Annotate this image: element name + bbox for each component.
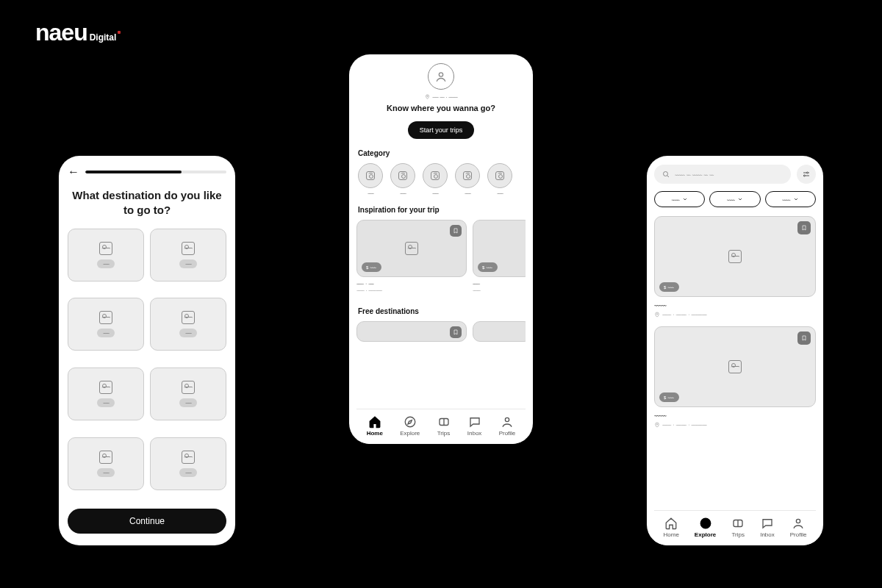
nav-profile[interactable]: Profile	[499, 415, 516, 437]
ticket-icon	[437, 415, 451, 429]
destination-label: ~~~~	[179, 398, 197, 407]
destination-card[interactable]: ~~~~	[68, 368, 144, 420]
destination-card[interactable]: ~~~~	[150, 368, 226, 420]
svg-point-1	[427, 96, 428, 96]
svg-point-5	[664, 172, 668, 176]
image-placeholder-icon	[99, 311, 112, 324]
image-placeholder-icon	[182, 311, 195, 324]
continue-button[interactable]: Continue	[68, 509, 226, 534]
category-item[interactable]: ~~~~	[358, 163, 383, 196]
image-placeholder-icon	[99, 242, 112, 255]
nav-profile[interactable]: Profile	[790, 517, 807, 538]
result-subtext: ~~~~~ · ~~~~~~ · ~~~~~~~~~	[654, 422, 816, 428]
inspiration-card[interactable]: $~~~ ~~~~ · ~~~ ~~~~~ · ~~~~~~~~~	[356, 220, 467, 297]
back-arrow-icon[interactable]: ←	[68, 166, 79, 178]
category-item[interactable]: ~~~~	[390, 163, 415, 196]
avatar-icon[interactable]	[428, 63, 454, 90]
nav-label: Explore	[695, 531, 716, 538]
inspiration-card[interactable]	[356, 321, 467, 346]
image-placeholder-icon	[495, 171, 504, 180]
filter-chip-row: ~~~~ ~~~~ ~~~~	[654, 191, 816, 207]
svg-point-8	[656, 314, 657, 315]
location-line: ~~~~ ~~~ · ~~~~~~	[425, 94, 457, 99]
inspiration-subtext: ~~~~~ · ~~~~~~~~~	[356, 288, 467, 293]
filter-chip[interactable]: ~~~~	[654, 191, 705, 207]
inspiration-title-text: ~~~~	[473, 282, 526, 286]
nav-inbox[interactable]: Inbox	[467, 415, 482, 437]
destination-label: ~~~~	[97, 468, 115, 477]
category-label: ~~~~	[432, 191, 438, 196]
destination-card[interactable]: ~~~~	[150, 298, 226, 351]
category-label: ~~~~	[368, 191, 373, 196]
filter-chip[interactable]: ~~~~	[709, 191, 760, 207]
nav-trips[interactable]: Trips	[437, 415, 451, 437]
home-icon	[368, 415, 381, 429]
nav-label: Trips	[731, 531, 744, 538]
bookmark-icon[interactable]	[797, 331, 811, 345]
nav-home[interactable]: Home	[664, 517, 679, 538]
filter-chip[interactable]: ~~~~	[765, 191, 816, 207]
result-card[interactable]: $~~~ ~~~~~ ~~~~~ · ~~~~~~ · ~~~~~~~~~	[654, 326, 816, 428]
image-placeholder-icon	[431, 171, 440, 180]
destination-label: ~~~~	[97, 259, 115, 268]
sliders-icon	[802, 170, 811, 179]
chevron-down-icon	[793, 196, 799, 202]
bottom-nav: Home Explore Trips Inbox Profile	[356, 409, 526, 444]
result-subtext: ~~~~~ · ~~~~~~ · ~~~~~~~~~	[654, 312, 816, 318]
nav-explore[interactable]: Explore	[695, 517, 716, 538]
free-row[interactable]	[356, 321, 526, 346]
user-icon	[501, 415, 514, 429]
filter-button[interactable]	[797, 165, 816, 184]
inspiration-row[interactable]: $~~~ ~~~~ · ~~~ ~~~~~ · ~~~~~~~~~ $~~~ ~…	[356, 220, 526, 297]
nav-home[interactable]: Home	[367, 415, 383, 437]
nav-label: Home	[664, 531, 679, 538]
nav-inbox[interactable]: Inbox	[760, 517, 775, 538]
nav-explore[interactable]: Explore	[400, 415, 420, 437]
destination-label: ~~~~	[97, 329, 115, 337]
search-row: ~~~~~ ~~ ~~~~~ ~~ ~~	[654, 165, 816, 184]
inspiration-card[interactable]: $~~~ ~~~~ ~~~~~	[473, 220, 526, 297]
result-card[interactable]: $~~~ ~~~~~ ~~~~~ · ~~~~~~ · ~~~~~~~~~	[654, 216, 816, 318]
nav-label: Trips	[437, 430, 450, 437]
image-placeholder-icon	[463, 171, 472, 180]
start-trips-button[interactable]: Start your trips	[408, 121, 475, 139]
bookmark-icon[interactable]	[450, 326, 462, 338]
destination-card[interactable]: ~~~~	[68, 229, 144, 282]
svg-point-9	[656, 424, 657, 425]
image-placeholder-icon	[398, 171, 407, 180]
image-placeholder-icon	[99, 381, 112, 394]
bottom-nav: Home Explore Trips Inbox Profile	[654, 510, 816, 545]
category-item[interactable]: ~~~~	[423, 163, 448, 196]
search-input[interactable]: ~~~~~ ~~ ~~~~~ ~~ ~~	[654, 165, 791, 184]
inspiration-card[interactable]	[473, 321, 526, 346]
result-title: ~~~~~	[654, 303, 816, 309]
bookmark-icon[interactable]	[450, 225, 462, 237]
progress-bar	[85, 171, 226, 173]
category-row[interactable]: ~~~~ ~~~~ ~~~~ ~~~~ ~~~~	[356, 163, 526, 196]
destination-label: ~~~~	[179, 259, 197, 268]
category-label: ~~~~	[497, 191, 503, 196]
price-chip: $~~~	[362, 262, 381, 272]
inspiration-subtext: ~~~~~	[473, 288, 526, 293]
destination-card[interactable]: ~~~~	[150, 437, 226, 490]
destination-card[interactable]: ~~~~	[68, 437, 144, 490]
category-item[interactable]: ~~~~	[455, 163, 480, 196]
home-icon	[664, 517, 678, 530]
nav-trips[interactable]: Trips	[731, 517, 745, 538]
compass-icon	[404, 415, 417, 429]
category-item[interactable]: ~~~~	[487, 163, 512, 196]
destination-label: ~~~~	[97, 398, 115, 407]
svg-point-0	[439, 73, 442, 76]
destination-label: ~~~~	[179, 468, 197, 477]
price-chip: $~~~	[478, 262, 498, 272]
price-chip: $~~~	[659, 392, 679, 402]
nav-label: Profile	[499, 430, 516, 437]
destination-card[interactable]: ~~~~	[68, 298, 144, 351]
svg-point-7	[804, 175, 806, 176]
image-placeholder-icon	[182, 451, 195, 464]
nav-label: Home	[367, 430, 383, 437]
nav-label: Profile	[790, 531, 807, 538]
destination-card[interactable]: ~~~~	[150, 229, 226, 282]
bookmark-icon[interactable]	[797, 221, 811, 234]
free-section-title: Free destinations	[358, 307, 524, 315]
